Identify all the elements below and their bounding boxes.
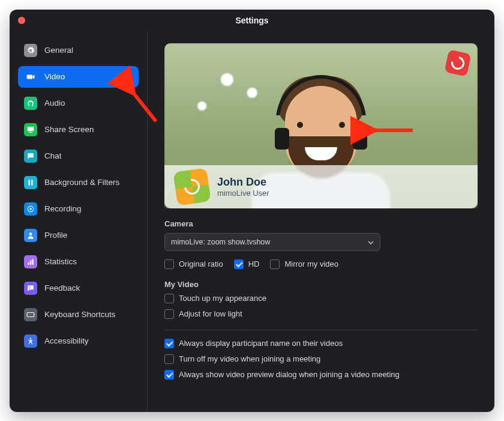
sidebar-item-label: Recording (44, 204, 82, 213)
sidebar-item-label: Audio (44, 98, 65, 108)
checkbox-label: Original ratio (179, 259, 223, 268)
checkbox-box (164, 354, 174, 364)
headphones-icon (24, 97, 37, 110)
sidebar-item-label: General (44, 46, 73, 55)
sidebar-item-recording[interactable]: Recording (18, 198, 139, 220)
sidebar-item-label: Statistics (44, 257, 77, 266)
sidebar-item-label: Feedback (44, 283, 80, 292)
sidebar-item-shortcuts[interactable]: Keyboard Shortcuts (18, 304, 139, 326)
video-preview: John Doe mimoLive User (164, 43, 478, 208)
camera-options-row: Original ratioHDMirror my video (164, 259, 478, 269)
meeting-options: Always display participant name on their… (164, 339, 478, 380)
preview-user-name: John Doe (217, 176, 269, 189)
checkbox-preview_join[interactable]: Always show video preview dialog when jo… (164, 370, 478, 380)
preview-user-info: John Doe mimoLive User (217, 176, 269, 198)
feedback-icon (24, 282, 37, 295)
my-video-section-label: My Video (164, 280, 478, 289)
svg-point-1 (29, 208, 32, 210)
sidebar-item-bgfilters[interactable]: Background & Filters (18, 172, 139, 193)
sidebar-item-profile[interactable]: Profile (18, 225, 139, 246)
checkbox-box (164, 339, 174, 348)
settings-main-panel: John Doe mimoLive User Camera mimoLive: … (148, 31, 494, 412)
close-window-button[interactable] (18, 17, 25, 24)
sidebar-item-label: Keyboard Shortcuts (44, 310, 116, 319)
accessibility-icon (24, 335, 37, 348)
checkbox-label: HD (248, 259, 260, 268)
mimolive-badge-icon (444, 49, 471, 76)
my-video-options: Touch up my appearanceAdjust for low lig… (164, 294, 478, 319)
checkbox-box (234, 259, 244, 269)
sidebar-item-video[interactable]: Video (18, 66, 139, 88)
chat-icon (24, 150, 37, 163)
sidebar-item-feedback[interactable]: Feedback (18, 277, 139, 299)
settings-sidebar: GeneralVideoAudioShare ScreenChatBackgro… (10, 31, 148, 412)
share-screen-icon (24, 123, 37, 136)
profile-icon (24, 229, 37, 242)
sidebar-item-label: Accessibility (44, 336, 89, 345)
sidebar-item-a11y[interactable]: Accessibility (18, 330, 139, 352)
camera-section-label: Camera (164, 219, 478, 228)
sidebar-item-label: Chat (44, 151, 62, 160)
window-title: Settings (235, 16, 268, 25)
record-icon (24, 202, 37, 216)
sidebar-item-label: Profile (44, 231, 67, 240)
checkbox-hd[interactable]: HD (234, 259, 260, 269)
checkbox-label: Turn off my video when joining a meeting (179, 354, 320, 363)
checkbox-box (164, 294, 174, 303)
checkbox-display_name[interactable]: Always display participant name on their… (164, 339, 478, 348)
window-body: GeneralVideoAudioShare ScreenChatBackgro… (10, 31, 494, 412)
preview-user-subtitle: mimoLive User (217, 189, 269, 198)
checkbox-original_ratio[interactable]: Original ratio (164, 259, 223, 269)
checkbox-turn_off_join[interactable]: Turn off my video when joining a meeting (164, 354, 478, 364)
video-icon (24, 70, 37, 83)
checkbox-box (164, 259, 174, 269)
checkbox-touchup[interactable]: Touch up my appearance (164, 294, 478, 303)
svg-point-4 (30, 338, 31, 339)
checkbox-mirror[interactable]: Mirror my video (270, 259, 338, 269)
checkbox-box (164, 370, 174, 380)
checkbox-label: Adjust for low light (179, 309, 242, 318)
checkbox-box (164, 309, 174, 319)
stats-icon (24, 255, 37, 268)
sidebar-item-stats[interactable]: Statistics (18, 251, 139, 273)
sidebar-item-general[interactable]: General (18, 40, 139, 61)
svg-point-2 (29, 232, 32, 235)
section-divider (164, 330, 478, 330)
checkbox-label: Always display participant name on their… (179, 339, 343, 348)
checkbox-label: Always show video preview dialog when jo… (179, 370, 400, 379)
sidebar-item-share[interactable]: Share Screen (18, 119, 139, 141)
sidebar-item-audio[interactable]: Audio (18, 92, 139, 114)
sidebar-item-label: Video (44, 72, 65, 81)
checkbox-label: Touch up my appearance (179, 294, 266, 303)
sidebar-item-label: Share Screen (44, 125, 94, 134)
checkbox-lowlight[interactable]: Adjust for low light (164, 309, 478, 319)
gear-icon (24, 44, 37, 57)
chevron-down-icon (368, 239, 374, 245)
checkbox-label: Mirror my video (284, 259, 338, 268)
titlebar: Settings (10, 10, 494, 31)
settings-window: Settings GeneralVideoAudioShare ScreenCh… (10, 10, 494, 412)
keyboard-icon (24, 308, 37, 321)
checkbox-box (270, 259, 280, 269)
camera-select-value: mimoLive: zoom show.tvshow (171, 238, 270, 246)
sidebar-item-label: Background & Filters (44, 178, 119, 187)
mimolive-logo-icon (176, 170, 208, 202)
camera-select[interactable]: mimoLive: zoom show.tvshow (164, 233, 380, 251)
sidebar-item-chat[interactable]: Chat (18, 145, 139, 167)
filters-icon (24, 176, 37, 189)
preview-name-overlay: John Doe mimoLive User (164, 165, 478, 208)
svg-rect-3 (27, 312, 34, 317)
